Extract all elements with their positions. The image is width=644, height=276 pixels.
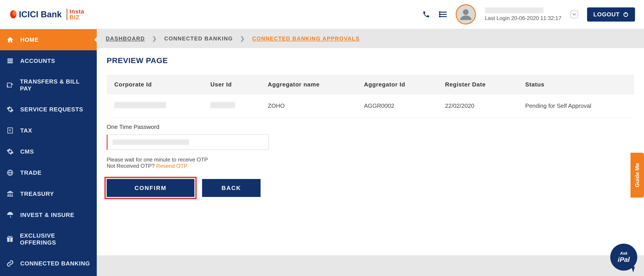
sidebar-item-invest-insure[interactable]: INVEST & INSURE xyxy=(0,204,97,226)
tax-icon: ₹ xyxy=(6,127,14,134)
main-content: DASHBOARD ❯ CONNECTED BANKING ❯ CONNECTE… xyxy=(97,29,644,276)
corporate-id-redacted xyxy=(114,102,166,108)
sidebar-item-label: INVEST & INSURE xyxy=(20,212,74,219)
preview-page: PREVIEW PAGE Corporate Id User Id Aggreg… xyxy=(97,48,644,255)
sidebar-item-exclusive-offerings[interactable]: EXCLUSIVE OFFERINGS xyxy=(0,226,97,253)
cell-register-date: 22/02/2020 xyxy=(438,94,518,118)
otp-label: One Time Password xyxy=(107,124,634,131)
user-block: Last Login 20-06-2020 11:32:17 xyxy=(485,7,562,21)
last-login: Last Login 20-06-2020 11:32:17 xyxy=(485,15,562,21)
sidebar-item-label: TREASURY xyxy=(20,190,54,197)
gear-icon xyxy=(6,148,14,155)
breadcrumb-dashboard[interactable]: DASHBOARD xyxy=(106,35,145,42)
sidebar-item-transfers[interactable]: TRANSFERS & BILL PAY xyxy=(0,71,97,99)
breadcrumb-approvals[interactable]: CONNECTED BANKING APPROVALS xyxy=(252,35,360,42)
page-title: PREVIEW PAGE xyxy=(107,56,634,65)
svg-point-23 xyxy=(8,236,10,238)
col-user-id: User Id xyxy=(203,75,260,94)
brand-name: ICICI Bank xyxy=(19,10,62,19)
sidebar-item-cms[interactable]: CMS xyxy=(0,141,97,162)
sidebar-item-connected-banking[interactable]: CONNECTED BANKING xyxy=(0,253,97,274)
sidebar-item-label: TAX xyxy=(20,127,32,134)
ipal-ask-label: Ask xyxy=(620,251,627,256)
preview-table: Corporate Id User Id Aggregator name Agg… xyxy=(107,75,634,118)
gift-icon xyxy=(6,235,14,243)
link-icon xyxy=(6,260,14,267)
brand-sub1: Insta xyxy=(70,8,84,14)
resend-otp-link[interactable]: Resend OTP xyxy=(156,163,188,169)
confirm-button[interactable]: CONFIRM xyxy=(107,179,194,197)
logout-label: LOGOUT xyxy=(593,11,620,18)
sidebar-item-label: HOME xyxy=(20,36,39,43)
logout-button[interactable]: LOGOUT xyxy=(587,7,635,21)
breadcrumb: DASHBOARD ❯ CONNECTED BANKING ❯ CONNECTE… xyxy=(97,29,644,48)
col-aggregator-name: Aggregator name xyxy=(260,75,356,94)
confirm-label: CONFIRM xyxy=(134,185,166,192)
sidebar-item-service-requests[interactable]: SERVICE REQUESTS xyxy=(0,99,97,120)
sidebar-item-label: TRADE xyxy=(20,169,42,176)
svg-point-8 xyxy=(463,9,468,15)
sidebar-item-home[interactable]: HOME xyxy=(0,29,97,50)
brand-logo[interactable]: ICICI Bank Insta BIZ xyxy=(9,8,84,20)
sidebar-item-label: TRANSFERS & BILL PAY xyxy=(20,78,90,92)
sidebar-item-treasury[interactable]: TREASURY xyxy=(0,183,97,204)
brand-sub2: BIZ xyxy=(70,14,84,20)
otp-input[interactable] xyxy=(107,135,269,150)
col-aggregator-id: Aggregator Id xyxy=(356,75,437,94)
umbrella-icon xyxy=(6,211,14,219)
header: ICICI Bank Insta BIZ Last Login 20-06-20… xyxy=(0,0,644,29)
table-header-row: Corporate Id User Id Aggregator name Agg… xyxy=(107,75,634,94)
sidebar-item-label: SERVICE REQUESTS xyxy=(20,106,83,113)
sidebar-item-tax[interactable]: ₹ TAX xyxy=(0,120,97,141)
accounts-icon xyxy=(6,57,14,65)
otp-value-redacted xyxy=(112,139,189,145)
otp-wait-message: Please wait for one minute to receive OT… xyxy=(107,156,634,163)
ipal-label: iPal xyxy=(618,256,630,264)
transfers-icon xyxy=(6,81,14,89)
svg-point-24 xyxy=(10,236,12,238)
avatar[interactable] xyxy=(456,4,476,24)
svg-rect-22 xyxy=(10,238,10,242)
sidebar-item-label: ACCOUNTS xyxy=(20,57,55,64)
gear-icon xyxy=(6,106,14,113)
sidebar-item-label: CMS xyxy=(20,148,34,155)
bank-logo-icon xyxy=(9,10,18,19)
phone-icon[interactable] xyxy=(422,10,430,18)
cell-aggregator-id: AGGR0002 xyxy=(356,94,437,118)
svg-text:₹: ₹ xyxy=(9,129,11,132)
cell-aggregator-name: ZOHO xyxy=(260,94,356,118)
otp-not-received: Not Received OTP? xyxy=(107,163,156,169)
back-label: BACK xyxy=(222,185,241,192)
col-status: Status xyxy=(518,75,634,94)
globe-icon xyxy=(6,169,14,176)
col-register-date: Register Date xyxy=(438,75,518,94)
sidebar-item-label: CONNECTED BANKING xyxy=(20,260,90,267)
svg-rect-13 xyxy=(8,62,13,63)
svg-point-1 xyxy=(12,11,16,16)
col-corporate-id: Corporate Id xyxy=(107,75,203,94)
chevron-right-icon: ❯ xyxy=(152,35,157,42)
sidebar-item-accounts[interactable]: ACCOUNTS xyxy=(0,50,97,71)
treasury-icon xyxy=(6,190,14,198)
sidebar: HOME ACCOUNTS TRANSFERS & BILL PAY SERVI… xyxy=(0,29,97,276)
user-menu-toggle[interactable] xyxy=(570,10,578,18)
ask-ipal-button[interactable]: Ask iPal xyxy=(610,244,637,271)
user-id-redacted xyxy=(210,102,235,108)
sidebar-item-trade[interactable]: TRADE xyxy=(0,162,97,183)
table-row: ZOHO AGGR0002 22/02/2020 Pending for Sel… xyxy=(107,94,634,118)
power-icon xyxy=(623,11,629,17)
svg-rect-11 xyxy=(8,58,13,59)
breadcrumb-connected-banking: CONNECTED BANKING xyxy=(164,35,233,42)
svg-rect-12 xyxy=(8,60,13,61)
user-name-redacted xyxy=(485,7,544,13)
menu-lines-icon[interactable] xyxy=(439,10,447,18)
sidebar-item-label: EXCLUSIVE OFFERINGS xyxy=(20,232,90,246)
guide-me-tab[interactable]: Guide Me xyxy=(630,153,644,198)
back-button[interactable]: BACK xyxy=(202,179,260,197)
home-icon xyxy=(6,36,14,44)
cell-status: Pending for Self Approval xyxy=(518,94,634,118)
chevron-right-icon: ❯ xyxy=(240,35,245,42)
